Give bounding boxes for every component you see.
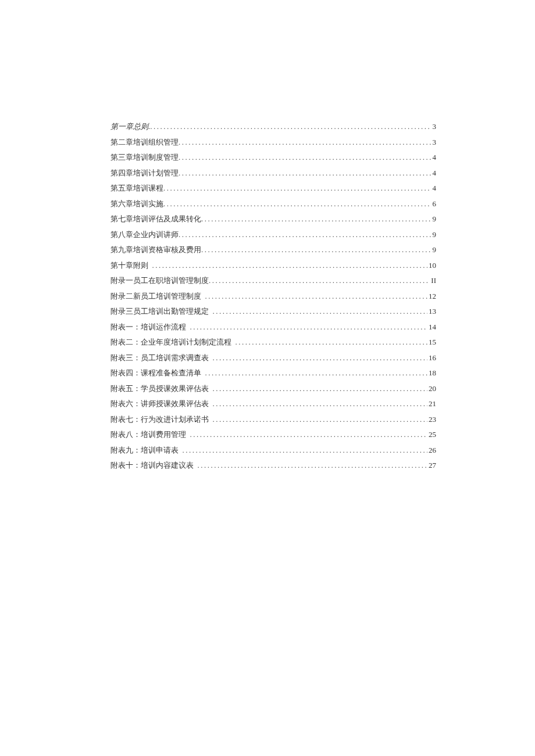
toc-entry: 第一章总则.3 bbox=[110, 119, 436, 135]
toc-leader-dots bbox=[236, 335, 428, 350]
toc-entry-title: 第三章培训制度管理 bbox=[110, 150, 179, 166]
toc-entry: 第五章培训课程4 bbox=[110, 181, 436, 196]
toc-entry: 附表四：课程准备检查清单18 bbox=[110, 366, 436, 381]
toc-entry: 附表五：学员授课效果评估表20 bbox=[110, 381, 436, 397]
toc-entry-title: 附表八：培训费用管理 bbox=[110, 427, 186, 443]
toc-leader-dots bbox=[179, 227, 431, 243]
toc-entry: 附表九：培训申请表26 bbox=[110, 443, 436, 458]
toc-entry: 附表二：企业年度培训计划制定流程15 bbox=[110, 335, 436, 350]
toc-entry-page: 4 bbox=[431, 181, 437, 196]
toc-entry: 第七章培训评估及成果转化9 bbox=[110, 212, 436, 227]
toc-entry-page: 4 bbox=[431, 166, 437, 181]
toc-entry-title: 附表九：培训申请表 bbox=[110, 443, 179, 458]
toc-leader-dots bbox=[183, 443, 428, 458]
toc-entry-title: 附表七：行为改进计划承诺书 bbox=[110, 412, 209, 428]
toc-entry: 第四章培训计划管理4 bbox=[110, 166, 436, 181]
toc-entry-title: 第九章培训资格审核及费用 bbox=[110, 242, 201, 258]
toc-leader-dots bbox=[213, 381, 428, 397]
toc-leader-dots bbox=[179, 150, 431, 166]
toc-entry-page: 14 bbox=[427, 320, 436, 335]
toc-entry-page: 6 bbox=[431, 196, 437, 212]
toc-entry: 第十章附则10 bbox=[110, 258, 436, 274]
table-of-contents: 第一章总则.3第二章培训组织管理3第三章培训制度管理4第四章培训计划管理4第五章… bbox=[110, 119, 436, 474]
toc-entry-title: 第七章培训评估及成果转化 bbox=[110, 212, 201, 227]
toc-entry: 第八章企业内训讲师9 bbox=[110, 227, 436, 243]
toc-leader-dots bbox=[190, 320, 428, 335]
toc-entry-page: 13 bbox=[427, 304, 436, 320]
toc-leader-dots bbox=[205, 289, 428, 304]
toc-entry-title: 附录一员工在职培训管理制度 bbox=[110, 273, 209, 289]
toc-entry-title: 附表二：企业年度培训计划制定流程 bbox=[110, 335, 231, 350]
toc-leader-dots bbox=[190, 427, 428, 443]
toc-entry: 附录二新员工培训管理制度12 bbox=[110, 289, 436, 304]
toc-entry-page: 3 bbox=[431, 119, 437, 135]
toc-entry-title: 第八章企业内训讲师 bbox=[110, 227, 179, 243]
toc-entry-title: 第二章培训组织管理 bbox=[110, 135, 179, 151]
toc-entry: 第三章培训制度管理4 bbox=[110, 150, 436, 166]
toc-entry-title: 附录二新员工培训管理制度 bbox=[110, 289, 201, 304]
toc-entry-page: 4 bbox=[431, 150, 437, 166]
toc-entry: 附表八：培训费用管理25 bbox=[110, 427, 436, 443]
toc-leader-dots bbox=[163, 196, 431, 212]
toc-leader-dots bbox=[179, 166, 431, 181]
toc-entry-title: 附表四：课程准备检查清单 bbox=[110, 366, 201, 381]
toc-entry-page: 25 bbox=[427, 427, 436, 443]
toc-entry-title: 第四章培训计划管理 bbox=[110, 166, 179, 181]
toc-entry-title: 附表一：培训运作流程 bbox=[110, 320, 186, 335]
toc-leader-dots bbox=[152, 258, 428, 274]
toc-entry-title: 第六章培训实施 bbox=[110, 196, 163, 212]
toc-entry-page: 27 bbox=[427, 458, 436, 474]
toc-entry: 附表一：培训运作流程14 bbox=[110, 320, 436, 335]
toc-entry-page: 26 bbox=[427, 443, 436, 458]
toc-leader-dots bbox=[213, 350, 428, 366]
toc-entry-page: 9 bbox=[431, 242, 437, 258]
toc-entry: 第二章培训组织管理3 bbox=[110, 135, 436, 151]
toc-entry: 附表六：讲师授课效果评估表21 bbox=[110, 396, 436, 412]
toc-entry-title: 附表六：讲师授课效果评估表 bbox=[110, 396, 209, 412]
toc-entry: 第六章培训实施6 bbox=[110, 196, 436, 212]
toc-entry-title: 第五章培训课程 bbox=[110, 181, 163, 196]
toc-leader-dots bbox=[198, 458, 428, 474]
toc-leader-dots bbox=[201, 242, 431, 258]
toc-entry-title: 附表五：学员授课效果评估表 bbox=[110, 381, 209, 397]
toc-leader-dots bbox=[179, 135, 431, 151]
toc-entry-page: 23 bbox=[427, 412, 436, 428]
toc-leader-dots bbox=[163, 181, 431, 196]
toc-leader-dots bbox=[201, 212, 431, 227]
toc-leader-dots bbox=[213, 412, 428, 428]
toc-entry-page: 16 bbox=[427, 350, 436, 366]
toc-entry-page: 10 bbox=[427, 258, 436, 274]
toc-entry: 附表十：培训内容建议表27 bbox=[110, 458, 436, 474]
toc-entry-title: 附表三：员工培训需求调查表 bbox=[110, 350, 209, 366]
toc-entry: 附表七：行为改进计划承诺书23 bbox=[110, 412, 436, 428]
toc-entry: 附录三员工培训出勤管理规定13 bbox=[110, 304, 436, 320]
toc-entry-page: II bbox=[430, 273, 436, 289]
toc-entry-title: 第一章总则. bbox=[110, 119, 150, 135]
toc-entry-page: 21 bbox=[427, 396, 436, 412]
toc-leader-dots bbox=[213, 304, 428, 320]
toc-entry-page: 15 bbox=[427, 335, 436, 350]
toc-leader-dots bbox=[209, 273, 430, 289]
toc-leader-dots bbox=[150, 119, 431, 135]
toc-entry-page: 18 bbox=[427, 366, 436, 381]
toc-leader-dots bbox=[205, 366, 428, 381]
toc-entry-page: 20 bbox=[427, 381, 436, 397]
toc-entry-page: 3 bbox=[431, 135, 437, 151]
toc-entry: 第九章培训资格审核及费用9 bbox=[110, 242, 436, 258]
toc-entry-page: 9 bbox=[431, 212, 437, 227]
toc-leader-dots bbox=[213, 396, 428, 412]
toc-entry: 附表三：员工培训需求调查表16 bbox=[110, 350, 436, 366]
toc-entry-title: 第十章附则 bbox=[110, 258, 148, 274]
toc-entry-page: 9 bbox=[431, 227, 437, 243]
toc-entry-title: 附表十：培训内容建议表 bbox=[110, 458, 194, 474]
toc-entry-title: 附录三员工培训出勤管理规定 bbox=[110, 304, 209, 320]
toc-entry-page: 12 bbox=[427, 289, 436, 304]
toc-entry: 附录一员工在职培训管理制度II bbox=[110, 273, 436, 289]
